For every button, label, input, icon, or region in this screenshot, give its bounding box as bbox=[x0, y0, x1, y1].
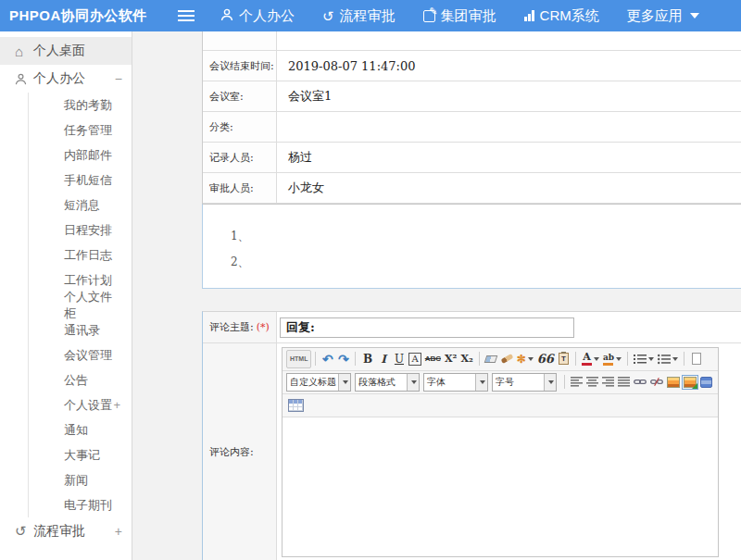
align-right-icon[interactable] bbox=[600, 373, 616, 392]
align-left-icon[interactable] bbox=[569, 373, 584, 392]
meeting-detail-table: 会议结束时间: 2019-08-07 11:47:00 会议室: 会议室1 分类… bbox=[202, 31, 741, 204]
sidebar-item-workflow-approval[interactable]: ↺ 流程审批 + bbox=[0, 517, 132, 545]
top-navbar: PHPOA协同办公软件 个人办公 ↺ 流程审批 集团审批 CRM系统 更多应用 bbox=[0, 0, 741, 31]
sidebar-item-work-log[interactable]: 工作日志 bbox=[29, 243, 132, 268]
comment-subject-label: 评论主题: (*) bbox=[203, 312, 277, 342]
row-label: 记录人员: bbox=[203, 143, 277, 172]
nav-personal-office[interactable]: 个人办公 bbox=[220, 7, 295, 25]
nav-more-apps[interactable]: 更多应用 bbox=[627, 7, 699, 25]
sidebar-item-announcement[interactable]: 公告 bbox=[29, 367, 132, 392]
menu-hamburger-icon[interactable] bbox=[178, 10, 195, 22]
bold-button[interactable]: B bbox=[359, 350, 375, 368]
sidebar-item-notice[interactable]: 通知 bbox=[29, 417, 132, 442]
label-text: 评论主题: bbox=[209, 320, 254, 334]
auto-format-icon[interactable]: ✼ bbox=[515, 350, 535, 368]
sidebar-item-e-journal[interactable]: 电子期刊 bbox=[29, 492, 132, 517]
insert-link-icon[interactable] bbox=[632, 373, 648, 392]
undo-icon[interactable]: ↶ bbox=[320, 350, 335, 368]
sidebar-item-personal-files[interactable]: 个人文件柜 bbox=[29, 292, 132, 317]
row-value bbox=[277, 31, 741, 50]
sidebar-item-personal-settings[interactable]: 个人设置+ bbox=[29, 392, 132, 417]
sidebar-item-news[interactable]: 新闻 bbox=[29, 467, 132, 492]
sidebar-item-label: 公告 bbox=[64, 372, 88, 389]
toolbar-separator bbox=[627, 352, 628, 366]
insert-table-icon[interactable] bbox=[286, 396, 306, 415]
strikethrough-button[interactable]: ABC bbox=[423, 350, 443, 368]
row-label: 审批人员: bbox=[203, 173, 277, 203]
new-page-icon[interactable] bbox=[688, 350, 704, 368]
nav-workflow-approval[interactable]: ↺ 流程审批 bbox=[322, 7, 396, 25]
table-row-approver: 审批人员: 小龙女 bbox=[203, 173, 741, 204]
table-row-meeting-end-time: 会议结束时间: 2019-08-07 11:47:00 bbox=[203, 51, 741, 81]
paragraph-format-select[interactable]: 段落格式 bbox=[355, 373, 420, 392]
sidebar-item-label: 新闻 bbox=[64, 472, 88, 489]
sidebar-item-sms[interactable]: 手机短信 bbox=[29, 168, 132, 193]
sidebar-item-meeting-management[interactable]: 会议管理 bbox=[29, 342, 132, 367]
unordered-list-button[interactable] bbox=[656, 350, 680, 368]
remove-link-icon[interactable] bbox=[648, 373, 665, 392]
font-family-select[interactable]: 字体 bbox=[423, 373, 488, 392]
paste-text-icon[interactable]: T bbox=[556, 350, 571, 368]
nav-label: 个人办公 bbox=[239, 7, 295, 25]
font-color-button[interactable]: A bbox=[580, 350, 601, 368]
align-center-icon[interactable] bbox=[584, 373, 600, 392]
insert-media-icon[interactable] bbox=[698, 373, 714, 392]
sidebar-item-label: 任务管理 bbox=[64, 122, 112, 139]
comment-content-row: 评论内容: HTML ↶ ↷ B I U bbox=[203, 343, 741, 560]
underline-button[interactable]: U bbox=[391, 350, 407, 368]
nav-label: 流程审批 bbox=[340, 7, 396, 25]
row-value: 杨过 bbox=[277, 143, 741, 172]
sidebar-item-major-events[interactable]: 大事记 bbox=[29, 442, 132, 467]
font-style-button[interactable]: A bbox=[408, 353, 421, 366]
sidebar-item-label: 电子期刊 bbox=[64, 497, 112, 514]
sidebar-item-schedule[interactable]: 日程安排 bbox=[29, 218, 132, 243]
caret-down-icon bbox=[690, 13, 699, 19]
html-source-button[interactable]: HTML bbox=[286, 350, 311, 368]
sidebar-item-desktop[interactable]: ⌂ 个人桌面 bbox=[0, 37, 132, 65]
sidebar-item-task-management[interactable]: 任务管理 bbox=[29, 118, 132, 143]
toolbar-separator bbox=[575, 352, 576, 366]
upload-image-icon[interactable] bbox=[682, 373, 698, 392]
sidebar-item-label: 我的考勤 bbox=[64, 97, 112, 114]
expand-plus-icon[interactable]: + bbox=[113, 398, 120, 412]
sidebar-item-label: 内部邮件 bbox=[64, 147, 112, 164]
comment-subject-input[interactable] bbox=[280, 317, 574, 338]
format-painter-icon[interactable] bbox=[499, 350, 515, 368]
collapse-minus-icon[interactable]: − bbox=[115, 71, 122, 86]
subscript-button[interactable]: X₂ bbox=[458, 350, 474, 368]
row-label: 会议结束时间: bbox=[203, 51, 277, 81]
minutes-line: 2、 bbox=[231, 249, 741, 275]
toolbar-separator bbox=[479, 352, 480, 366]
row-label: 会议室: bbox=[203, 81, 277, 111]
blockquote-button[interactable]: 66 bbox=[535, 350, 556, 368]
justify-icon[interactable] bbox=[616, 373, 632, 392]
nav-label: 更多应用 bbox=[627, 7, 683, 25]
sidebar-item-label: 个人文件柜 bbox=[64, 289, 120, 322]
table-row-partial bbox=[203, 31, 741, 51]
person-icon bbox=[15, 73, 33, 85]
highlight-color-button[interactable]: ab bbox=[601, 350, 623, 368]
main-nav: 个人办公 ↺ 流程审批 集团审批 CRM系统 更多应用 bbox=[220, 7, 699, 25]
custom-heading-select[interactable]: 自定义标题 bbox=[286, 373, 351, 392]
sidebar-item-personal-office[interactable]: 个人办公 − bbox=[0, 65, 132, 93]
sidebar-item-short-message[interactable]: 短消息 bbox=[29, 193, 132, 218]
nav-crm-system[interactable]: CRM系统 bbox=[524, 7, 599, 25]
sidebar-item-label: 个人桌面 bbox=[33, 43, 85, 59]
refresh-icon: ↺ bbox=[322, 9, 334, 23]
superscript-button[interactable]: X² bbox=[443, 350, 458, 368]
sidebar-item-internal-mail[interactable]: 内部邮件 bbox=[29, 143, 132, 168]
italic-button[interactable]: I bbox=[375, 350, 391, 368]
expand-plus-icon[interactable]: + bbox=[115, 524, 122, 539]
insert-image-icon[interactable] bbox=[665, 373, 682, 392]
editor-content-area[interactable] bbox=[283, 417, 718, 556]
font-size-select[interactable]: 字号 bbox=[492, 373, 557, 392]
app-brand: PHPOA协同办公软件 bbox=[0, 7, 178, 25]
nav-group-approval[interactable]: 集团审批 bbox=[423, 7, 496, 25]
toolbar-separator bbox=[355, 352, 356, 366]
redo-icon[interactable]: ↷ bbox=[335, 350, 351, 368]
label-text: 评论内容: bbox=[209, 445, 254, 459]
row-label bbox=[203, 31, 277, 50]
eraser-icon[interactable] bbox=[484, 350, 499, 368]
sidebar-item-my-attendance[interactable]: 我的考勤 bbox=[29, 93, 132, 118]
ordered-list-button[interactable] bbox=[632, 350, 656, 368]
